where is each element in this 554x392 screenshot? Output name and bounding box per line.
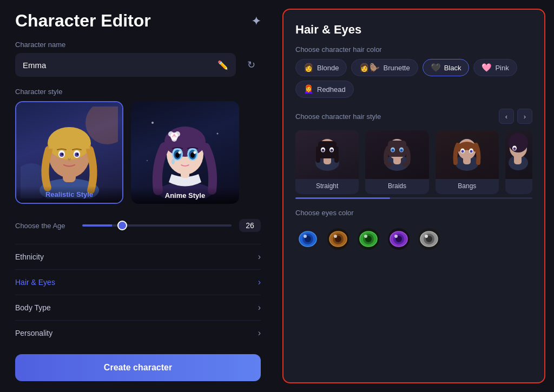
hair-style-card-straight[interactable]: Straight xyxy=(295,130,359,194)
app-title: Character Editor xyxy=(15,11,151,31)
svg-point-13 xyxy=(217,133,219,135)
hair-chip-pink[interactable]: 🩷 Pink xyxy=(473,59,517,76)
character-style-label: Character style xyxy=(15,88,261,96)
anime-style-label: Anime Style xyxy=(131,187,239,204)
nav-item-hair-eyes-label: Hair & Eyes xyxy=(15,278,55,287)
pink-emoji: 🩷 xyxy=(482,63,492,72)
hair-style-scroll-indicator xyxy=(295,197,532,199)
svg-point-49 xyxy=(391,149,394,152)
grey-eye-svg xyxy=(418,228,440,250)
svg-point-86 xyxy=(394,235,398,238)
blonde-emoji: 👩 xyxy=(304,63,314,72)
svg-point-14 xyxy=(147,160,148,161)
age-label: Choose the Age xyxy=(15,222,75,230)
hair-style-card-extra[interactable] xyxy=(505,130,532,194)
chevron-right-icon-personality: › xyxy=(258,328,261,338)
right-panel: Hair & Eyes Choose character hair color … xyxy=(276,0,554,392)
character-style-section: Character style xyxy=(15,88,261,204)
character-style-grid: Realistic Style xyxy=(15,101,261,204)
eye-chip-brown[interactable] xyxy=(326,227,351,251)
edit-name-button[interactable]: ✏️ xyxy=(217,60,228,70)
bangs-hair-image xyxy=(448,133,486,176)
chevron-right-icon: › xyxy=(258,252,261,262)
hair-style-card-braids[interactable]: Braids xyxy=(365,130,428,194)
svg-point-0 xyxy=(85,107,118,144)
hair-chip-blonde[interactable]: 👩 Blonde xyxy=(295,59,347,76)
age-row: Choose the Age 26 xyxy=(15,214,261,237)
hair-chip-brunette[interactable]: 👩‍🦫 Brunette xyxy=(351,59,418,76)
svg-point-68 xyxy=(304,235,307,238)
blue-eye-svg xyxy=(296,228,319,250)
svg-point-80 xyxy=(364,235,367,238)
refresh-name-button[interactable]: ↻ xyxy=(241,55,261,75)
straight-hair-image xyxy=(308,133,346,176)
svg-point-21 xyxy=(168,131,174,137)
eyes-color-chips xyxy=(295,227,532,251)
braids-style-name: Braids xyxy=(365,179,428,194)
nav-item-body-type[interactable]: Body Type › xyxy=(15,295,261,320)
hair-style-label: Choose character hair style xyxy=(295,112,381,121)
svg-rect-46 xyxy=(388,141,406,157)
svg-point-32 xyxy=(172,159,175,164)
hair-chip-redhead[interactable]: 👩‍🦰 Redhead xyxy=(295,81,354,98)
svg-point-31 xyxy=(194,151,196,154)
name-input-row: ✏️ ↻ xyxy=(15,53,261,77)
svg-point-74 xyxy=(334,235,337,238)
age-slider[interactable] xyxy=(82,224,232,227)
eye-chip-purple[interactable] xyxy=(386,227,411,251)
hair-eyes-card: Hair & Eyes Choose character hair color … xyxy=(282,9,545,383)
eye-chip-blue[interactable] xyxy=(295,227,320,251)
svg-point-42 xyxy=(330,149,333,152)
hair-style-prev-button[interactable]: ‹ xyxy=(499,109,514,124)
brown-eye-svg xyxy=(327,228,349,250)
straight-style-name: Straight xyxy=(295,179,359,194)
create-character-button[interactable]: Create character xyxy=(15,354,261,381)
eye-chip-green[interactable] xyxy=(356,227,381,251)
hair-style-card-bangs[interactable]: Bangs xyxy=(436,130,499,194)
nav-items: Ethnicity › Hair & Eyes › Body Type › Pe… xyxy=(15,244,261,346)
redhead-label: Redhead xyxy=(317,85,346,94)
nav-item-personality-label: Personality xyxy=(15,329,52,337)
hair-style-next-button[interactable]: › xyxy=(517,109,532,124)
hair-chip-black[interactable]: 🖤 Black xyxy=(423,59,470,76)
character-name-input[interactable] xyxy=(23,61,217,70)
eye-chip-grey[interactable] xyxy=(417,227,441,251)
anime-character-image xyxy=(136,107,234,198)
svg-point-63 xyxy=(513,148,516,150)
nav-item-ethnicity[interactable]: Ethnicity › xyxy=(15,244,261,269)
name-input-wrapper: ✏️ xyxy=(15,53,236,77)
hair-color-label: Choose character hair color xyxy=(295,45,532,54)
chevron-right-icon-active: › xyxy=(258,277,261,287)
nav-item-personality[interactable]: Personality › xyxy=(15,320,261,346)
svg-point-56 xyxy=(461,150,464,153)
svg-rect-38 xyxy=(334,147,339,163)
age-value: 26 xyxy=(239,219,261,232)
nav-item-ethnicity-label: Ethnicity xyxy=(15,253,44,261)
eyes-color-label: Choose eyes color xyxy=(295,209,532,217)
bangs-style-name: Bangs xyxy=(436,179,499,194)
style-card-realistic[interactable]: Realistic Style xyxy=(15,101,123,204)
svg-point-12 xyxy=(151,122,154,124)
nav-item-hair-eyes[interactable]: Hair & Eyes › xyxy=(15,269,261,295)
svg-point-57 xyxy=(470,150,473,153)
black-emoji: 🖤 xyxy=(431,63,441,72)
realistic-style-label: Realistic Style xyxy=(16,186,122,203)
nav-item-body-type-label: Body Type xyxy=(15,303,51,312)
brunette-label: Brunette xyxy=(383,64,410,72)
scroll-indicator-fill xyxy=(295,197,390,199)
style-card-anime[interactable]: Anime Style xyxy=(131,101,239,204)
nav-arrows: ‹ › xyxy=(499,109,532,124)
sparkle-icon: ✦ xyxy=(252,15,261,28)
svg-rect-37 xyxy=(316,147,320,163)
svg-point-92 xyxy=(425,235,428,238)
left-panel: Character Editor ✦ Character name ✏️ ↻ C… xyxy=(0,0,276,392)
redhead-emoji: 👩‍🦰 xyxy=(304,84,314,94)
purple-eye-svg xyxy=(387,228,410,250)
chevron-right-icon-body: › xyxy=(258,303,261,313)
realistic-character-image xyxy=(21,107,118,198)
green-eye-svg xyxy=(357,228,380,250)
hair-style-grid: Straight xyxy=(295,130,532,194)
hair-eyes-title: Hair & Eyes xyxy=(295,23,532,37)
blonde-label: Blonde xyxy=(317,64,339,72)
svg-point-23 xyxy=(172,136,177,142)
